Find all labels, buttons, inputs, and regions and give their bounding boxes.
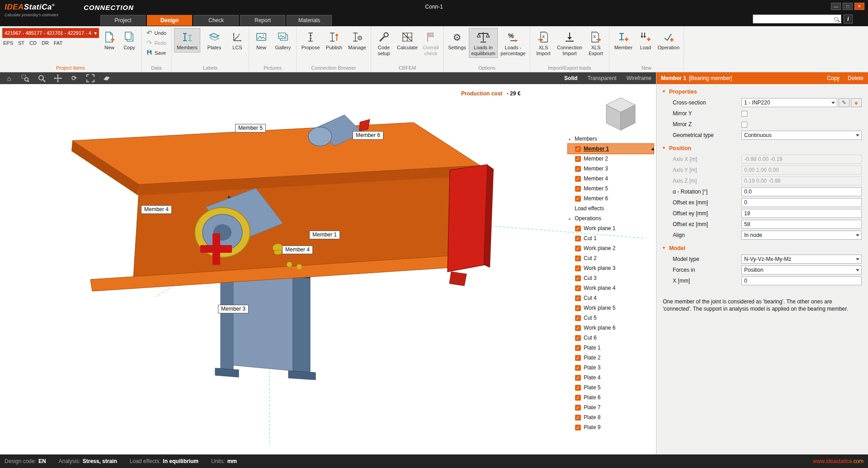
labels-plates-toggle[interactable]: Plates <box>201 28 227 52</box>
member-label-6[interactable]: Member 6 <box>353 131 383 140</box>
tree-item[interactable]: ✓Plate 3 <box>568 363 654 373</box>
checkbox-checked-icon[interactable]: ✓ <box>575 166 581 172</box>
checkbox-checked-icon[interactable]: ✓ <box>575 285 581 291</box>
tree-item[interactable]: ✓Member 4 <box>568 174 654 184</box>
loads-in-equilibrium-toggle[interactable]: Loads in equilibrium <box>469 28 498 58</box>
checkbox-checked-icon[interactable]: ✓ <box>575 385 581 391</box>
render-mode-wireframe[interactable]: Wireframe <box>627 75 651 81</box>
zoom-window-button[interactable] <box>21 74 30 83</box>
checkbox-checked-icon[interactable]: ✓ <box>575 156 581 162</box>
checkbox-checked-icon[interactable]: ✓ <box>575 226 581 232</box>
tree-group-members[interactable]: ▲ Members <box>568 134 654 144</box>
forces-in-select[interactable]: Position <box>741 265 862 274</box>
tab-materials[interactable]: Materials <box>287 15 332 26</box>
checkbox-checked-icon[interactable]: ✓ <box>575 395 581 401</box>
tree-item[interactable]: ✓Work plane 6 <box>568 323 654 333</box>
offset-ey-field[interactable]: 18 <box>741 209 862 218</box>
rotate-view-button[interactable]: ⟳ <box>70 74 79 83</box>
section-model[interactable]: ▲ Model <box>656 241 868 254</box>
code-toggle-st[interactable]: ST <box>18 40 24 46</box>
viewport-3d[interactable]: Production cost - 29 € Member 5 Member 6… <box>0 84 656 454</box>
tab-project[interactable]: Project <box>100 15 146 26</box>
section-position[interactable]: ▲ Position <box>656 141 868 154</box>
pan-button[interactable] <box>53 74 62 83</box>
tree-item[interactable]: ✓Member 3 <box>568 164 654 174</box>
search-input[interactable] <box>753 15 834 23</box>
add-cross-section-button[interactable]: + <box>851 98 862 107</box>
offset-ex-field[interactable]: 0 <box>741 198 862 207</box>
checkbox-checked-icon[interactable]: ✓ <box>575 305 581 311</box>
new-load-button[interactable]: Load <box>636 28 655 52</box>
tree-item[interactable]: ✓Plate 9 <box>568 422 654 432</box>
minimize-button[interactable]: — <box>831 3 841 10</box>
tree-item[interactable]: ✓Work plane 3 <box>568 263 654 273</box>
checkbox-checked-icon[interactable]: ✓ <box>575 236 581 241</box>
mirror-z-checkbox[interactable] <box>741 122 747 128</box>
code-toggle-eps[interactable]: EPS <box>3 40 13 46</box>
xls-export-button[interactable]: X XLS Export <box>585 28 607 58</box>
checkbox-checked-icon[interactable]: ✓ <box>575 355 581 361</box>
member-label-5[interactable]: Member 5 <box>235 124 266 132</box>
zoom-fit-button[interactable] <box>86 74 95 83</box>
tree-item[interactable]: ✓Cut 4 <box>568 293 654 303</box>
view-cube[interactable] <box>598 91 643 137</box>
picture-gallery-button[interactable]: Gallery <box>272 28 294 52</box>
align-select[interactable]: In node <box>741 231 862 240</box>
tree-item[interactable]: ✓Plate 8 <box>568 412 654 422</box>
geometrical-type-select[interactable]: Continuous <box>741 131 862 140</box>
checkbox-checked-icon[interactable]: ✓ <box>575 176 581 182</box>
checkbox-checked-icon[interactable]: ✓ <box>575 415 581 421</box>
connection-import-button[interactable]: Connection Import <box>555 28 584 58</box>
units-value[interactable]: mm <box>227 458 237 464</box>
labels-members-toggle[interactable]: Members <box>174 28 200 52</box>
code-toggle-fat[interactable]: FAT <box>54 40 62 46</box>
info-button[interactable]: i <box>844 14 853 24</box>
tree-collapse-icon[interactable]: ▲ <box>568 137 572 141</box>
project-item-dropdown[interactable]: 421967 - 485177 - 421701 - 422917 - 4 ▾ <box>2 28 99 38</box>
picture-new-button[interactable]: New <box>251 28 271 52</box>
tab-check[interactable]: Check <box>193 15 239 26</box>
tree-item[interactable]: ✓Cut 3 <box>568 273 654 283</box>
member-label-3[interactable]: Member 3 <box>218 305 249 313</box>
calculate-button[interactable]: Calculate <box>395 28 420 52</box>
tree-group-load-effects[interactable]: Load effects <box>568 203 654 213</box>
member-label-1[interactable]: Member 1 <box>309 231 340 239</box>
checkbox-checked-icon[interactable]: ✓ <box>575 196 581 202</box>
new-operation-button[interactable]: Operation <box>656 28 681 52</box>
code-toggle-cd[interactable]: CD <box>29 40 37 46</box>
tab-report[interactable]: Report <box>240 15 285 26</box>
new-member-button[interactable]: Member <box>612 28 635 52</box>
tree-item[interactable]: ✓Work plane 4 <box>568 283 654 293</box>
offset-ez-field[interactable]: 58 <box>741 220 862 229</box>
checkbox-checked-icon[interactable]: ✓ <box>575 365 581 371</box>
zoom-button[interactable] <box>37 74 46 83</box>
checkbox-checked-icon[interactable]: ✓ <box>575 246 581 251</box>
edit-cross-section-button[interactable]: ✎ <box>839 98 849 107</box>
section-collapse-icon[interactable]: ▲ <box>662 90 666 94</box>
tree-item[interactable]: ✓Work plane 2 <box>568 243 654 253</box>
checkbox-checked-icon[interactable]: ✓ <box>575 275 581 281</box>
tree-item[interactable]: ✓Cut 2 <box>568 253 654 263</box>
checkbox-checked-icon[interactable]: ✓ <box>575 146 581 152</box>
maximize-button[interactable]: □ <box>843 3 853 10</box>
checkbox-checked-icon[interactable]: ✓ <box>575 405 581 411</box>
member-label-4b[interactable]: Member 4 <box>282 246 313 254</box>
analysis-value[interactable]: Stress, strain <box>83 458 117 464</box>
checkbox-checked-icon[interactable]: ✓ <box>575 375 581 381</box>
tree-item[interactable]: ✓Cut 6 <box>568 333 654 343</box>
tree-item[interactable]: ✓Plate 4 <box>568 373 654 383</box>
checkbox-checked-icon[interactable]: ✓ <box>575 295 581 301</box>
tree-item[interactable]: ✓Work plane 5 <box>568 303 654 313</box>
render-mode-transparent[interactable]: Transparent <box>587 75 616 81</box>
copy-project-item-button[interactable]: Copy <box>120 28 139 52</box>
tree-item[interactable]: ✓Cut 1 <box>568 233 654 243</box>
rotation-field[interactable]: 0.0 <box>741 187 862 196</box>
checkbox-checked-icon[interactable]: ✓ <box>575 325 581 331</box>
mirror-y-checkbox[interactable] <box>741 111 747 117</box>
settings-button[interactable]: ⚙ Settings <box>446 28 468 52</box>
load-effects-value[interactable]: In equilibrium <box>163 458 198 464</box>
panel-delete-button[interactable]: Delete <box>848 75 863 81</box>
member-label-4a[interactable]: Member 4 <box>141 205 172 214</box>
tree-collapse-icon[interactable]: ▲ <box>568 217 572 221</box>
checkbox-checked-icon[interactable]: ✓ <box>575 425 581 430</box>
